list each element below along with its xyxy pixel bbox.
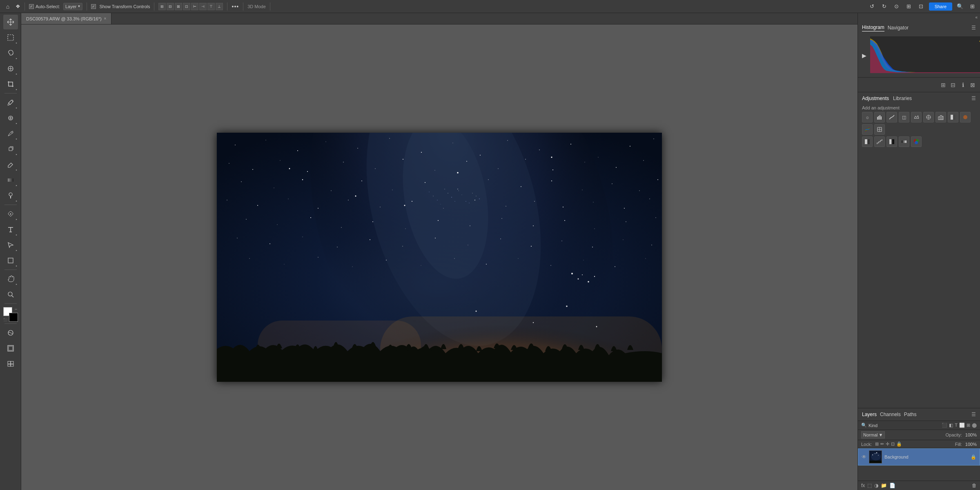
threshold-icon[interactable] <box>886 136 897 147</box>
auto-select-checkbox[interactable] <box>29 4 34 9</box>
move-tool-button[interactable] <box>3 15 18 29</box>
eraser-button[interactable]: ▸ <box>3 157 18 172</box>
align-center-h-icon[interactable]: ⊟ <box>167 3 174 10</box>
channel-mixer-icon[interactable] <box>862 124 873 135</box>
marquee-tool-button[interactable]: ▸ <box>3 30 18 45</box>
dodge-tool-button[interactable]: ▸ <box>3 188 18 203</box>
text-tool-button[interactable]: ▸ <box>3 222 18 237</box>
crop-tool-button[interactable]: ▸ <box>3 77 18 91</box>
quick-mask-button[interactable] <box>3 325 18 340</box>
layer-filter-shape-icon[interactable]: ⬜ <box>959 423 965 428</box>
document-tab[interactable]: DSC00579.ARW @ 33.3% (RGB/16*) × <box>21 13 111 24</box>
gradient-map-icon[interactable] <box>899 136 909 147</box>
search-icon[interactable]: 🔍 <box>956 2 964 11</box>
layer-filter-smart-icon[interactable]: ⊞ <box>967 423 970 428</box>
distribute-h-icon[interactable]: ⊤ <box>207 3 215 10</box>
black-white-icon[interactable] <box>948 112 958 122</box>
background-layer-row[interactable]: 👁 Background 🔒 <box>858 448 980 466</box>
panel-properties-icon[interactable]: ⊠ <box>968 80 978 90</box>
navigator-tab[interactable]: Navigator <box>888 24 909 31</box>
home-icon[interactable]: ⌂ <box>3 2 12 11</box>
panel-adjustments-panel-icon[interactable]: ⊟ <box>948 80 958 90</box>
posterize-icon[interactable] <box>874 136 885 147</box>
new-group-icon[interactable]: 📁 <box>881 483 887 488</box>
screen-mode-button[interactable] <box>3 341 18 356</box>
adjustments-tab[interactable]: Adjustments <box>862 95 889 102</box>
layer-filter-toggle[interactable]: ⬤ <box>972 423 977 428</box>
align-right-icon[interactable]: ⊠ <box>175 3 182 10</box>
shape-tool-button[interactable]: ▸ <box>3 253 18 268</box>
lock-position-icon[interactable]: ✛ <box>886 441 889 447</box>
camera-icon[interactable]: ⊡ <box>917 2 926 11</box>
delete-layer-icon[interactable]: 🗑 <box>972 483 977 488</box>
tab-close-button[interactable]: × <box>104 16 107 21</box>
adjustments-icon[interactable]: ⊙ <box>892 2 901 11</box>
lock-transparent-icon[interactable]: ⊞ <box>875 441 879 447</box>
hand-tool-button[interactable]: ▸ <box>3 272 18 286</box>
background-color[interactable] <box>9 313 18 322</box>
3d-mode-label[interactable]: 3D Mode <box>247 4 266 9</box>
distribute-v-icon[interactable]: ⊥ <box>216 3 223 10</box>
transform-checkbox[interactable] <box>91 4 96 9</box>
align-center-v-icon[interactable]: ⊢ <box>191 3 198 10</box>
histogram-tab[interactable]: Histogram <box>862 24 884 31</box>
opacity-value[interactable]: 100% <box>965 432 977 437</box>
layer-filter-pixel-icon[interactable]: ⬛ <box>942 423 947 428</box>
channels-tab[interactable]: Channels <box>880 411 901 418</box>
blend-mode-dropdown[interactable]: Normal ▼ <box>861 431 885 439</box>
panel-collapse-button[interactable]: « <box>858 13 980 21</box>
canvas-scroll[interactable] <box>21 24 858 490</box>
add-mask-icon[interactable]: ⬚ <box>867 483 872 488</box>
panel-info-icon[interactable]: ℹ <box>958 80 968 90</box>
pen-tool-button[interactable]: ▸ <box>3 207 18 221</box>
share-button[interactable]: Share <box>929 2 952 11</box>
libraries-tab[interactable]: Libraries <box>893 95 912 102</box>
zoom-tool-button[interactable] <box>3 287 18 302</box>
redo-icon[interactable]: ↻ <box>880 2 889 11</box>
lock-all-icon[interactable]: 🔒 <box>896 441 902 447</box>
layer-filter-text-icon[interactable]: T <box>955 423 958 428</box>
layers-tab[interactable]: Layers <box>862 411 877 418</box>
clone-tool-button[interactable]: ▸ <box>3 142 18 156</box>
path-select-button[interactable]: ▸ <box>3 238 18 252</box>
frame-icon[interactable]: ⊞ <box>904 2 913 11</box>
more-options-icon[interactable]: ••• <box>232 3 239 10</box>
align-top-icon[interactable]: ⊡ <box>183 3 190 10</box>
layers-search-icon[interactable]: 🔍 <box>861 423 867 428</box>
levels-icon[interactable] <box>874 112 885 122</box>
histogram-play-button[interactable]: ▶ <box>862 52 866 59</box>
heal-tool-button[interactable]: ▸ <box>3 111 18 125</box>
layer-filter-adj-icon[interactable]: ◧ <box>949 423 953 428</box>
extra-tools-button[interactable] <box>3 356 18 371</box>
adjustments-menu-icon[interactable]: ☰ <box>971 96 976 101</box>
color-lookup-icon[interactable] <box>874 124 885 135</box>
layers-menu-icon[interactable]: ☰ <box>971 412 976 417</box>
lasso-tool-button[interactable]: ▸ <box>3 46 18 60</box>
hue-saturation-icon[interactable] <box>923 112 934 122</box>
undo-icon[interactable]: ↺ <box>868 2 877 11</box>
gradient-button[interactable]: ▸ <box>3 173 18 187</box>
expand-icon[interactable]: ⊞ <box>968 2 977 11</box>
paths-tab[interactable]: Paths <box>904 411 917 418</box>
move-tool-icon[interactable]: ❖ <box>16 3 20 9</box>
new-adjustment-icon[interactable]: ◑ <box>874 483 878 488</box>
layer-dropdown[interactable]: Layer ▼ <box>63 3 82 10</box>
layer-fx-icon[interactable]: fx <box>861 483 865 488</box>
panel-layers-icon[interactable]: ⊞ <box>938 80 948 90</box>
histogram-menu-icon[interactable]: ☰ <box>971 25 976 31</box>
layers-filter-kind[interactable]: Kind <box>869 423 940 428</box>
quick-select-button[interactable]: ▸ <box>3 61 18 76</box>
lock-image-icon[interactable]: ✏ <box>880 441 884 447</box>
selective-color-icon[interactable] <box>911 136 922 147</box>
brightness-contrast-icon[interactable]: ☼ <box>862 112 873 122</box>
color-balance-icon[interactable] <box>935 112 946 122</box>
layer-visibility-icon[interactable]: 👁 <box>862 454 866 460</box>
new-layer-icon[interactable]: 📄 <box>889 483 895 488</box>
fill-value[interactable]: 100% <box>965 442 977 447</box>
photo-filter-icon[interactable] <box>960 112 971 122</box>
brush-tool-button[interactable]: ▸ <box>3 126 18 141</box>
align-left-icon[interactable]: ⊞ <box>158 3 166 10</box>
swap-colors-icon[interactable]: ↔ <box>14 307 18 311</box>
eyedropper-button[interactable]: ▸ <box>3 95 18 110</box>
color-swatches[interactable]: ↔ ⬛ <box>3 307 18 322</box>
